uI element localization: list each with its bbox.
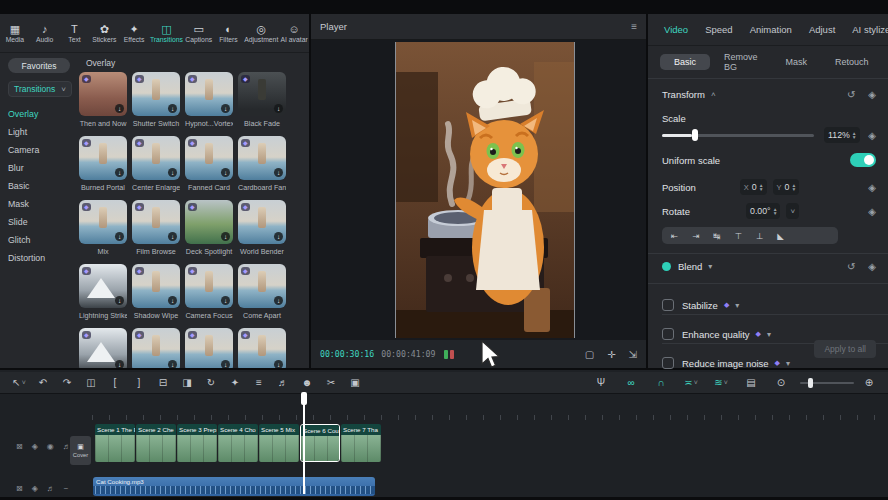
transition-item[interactable]: ◆ ↓ Lightning Strike <box>79 264 127 328</box>
align-tool-icon[interactable]: ⊥ <box>756 231 763 241</box>
download-icon[interactable]: ↓ <box>168 296 177 305</box>
transition-item[interactable]: ◆ ↓ Camera Focus <box>185 264 233 328</box>
track-control-icon[interactable]: ◈ <box>32 484 38 493</box>
video-clip[interactable]: Scene 4 Cho <box>218 424 258 462</box>
align-tool-icon[interactable]: ⇥ <box>692 231 699 241</box>
top-nav-item[interactable]: ✦ Effects <box>120 23 148 43</box>
transition-item[interactable]: ◆ ↓ Black Fade <box>238 72 286 136</box>
timeline-ruler[interactable] <box>92 396 888 420</box>
transition-item[interactable]: ◆ ↓ Shadow Wipe <box>132 264 180 328</box>
timeline-tool-button[interactable]: ]˅ <box>128 374 150 392</box>
feature-checkbox[interactable] <box>662 328 674 340</box>
keyframe-icon[interactable]: ◈ <box>868 89 876 100</box>
transition-item[interactable]: ◆ ↓ Burned Portal <box>79 136 127 200</box>
rotate-dropdown[interactable]: ˅ <box>786 203 799 219</box>
video-clip[interactable]: Scene 2 Che <box>136 424 176 462</box>
download-icon[interactable]: ↓ <box>221 168 230 177</box>
transition-item[interactable]: ◆ ↓ Deck Spotlight <box>185 200 233 264</box>
collapse-caret-icon[interactable]: ˄ <box>711 90 716 99</box>
inspector-tab[interactable]: Adjust <box>809 24 835 35</box>
feature-checkbox[interactable] <box>662 357 674 369</box>
video-clip[interactable]: Scene 3 Prep <box>177 424 217 462</box>
step-down-icon[interactable]: ▾ <box>760 187 763 191</box>
top-nav-item[interactable]: ▦ Media <box>1 23 29 43</box>
download-icon[interactable]: ↓ <box>168 232 177 241</box>
uniform-scale-toggle[interactable] <box>850 153 876 167</box>
chevron-down-icon[interactable]: ▾ <box>735 301 739 310</box>
inspector-tab[interactable]: Speed <box>705 24 732 35</box>
download-icon[interactable]: ↓ <box>115 104 124 113</box>
ratio-icon[interactable]: ▢ <box>585 349 594 360</box>
scale-slider-knob[interactable] <box>692 129 698 141</box>
timeline-tool-button[interactable]: ↷˅ <box>56 374 78 392</box>
top-nav-item[interactable]: T Text <box>60 23 88 43</box>
top-nav-item[interactable]: ✿ Stickers <box>90 23 118 43</box>
timeline-tool-button[interactable]: ≡˅ <box>248 374 270 392</box>
category-item[interactable]: Distortion <box>8 249 80 267</box>
timeline-tool-button[interactable]: ∞˅ <box>620 374 642 392</box>
inspector-subtab[interactable]: Mask <box>772 54 822 70</box>
download-icon[interactable]: ↓ <box>274 296 283 305</box>
top-nav-item[interactable]: ◫ Transitions <box>150 23 183 43</box>
timeline-tool-button[interactable]: ∩˅ <box>650 374 672 392</box>
transition-item[interactable]: ◆ ↓ Hypnot...Vortex <box>185 72 233 136</box>
download-icon[interactable]: ↓ <box>221 296 230 305</box>
track-control-icon[interactable]: ♬ <box>47 484 55 493</box>
inspector-subtab[interactable]: Basic <box>660 54 710 70</box>
align-tool-icon[interactable]: ⇤ <box>671 231 678 241</box>
timeline-tool-button[interactable]: ✂˅ <box>320 374 342 392</box>
rotate-value-box[interactable]: 0.00° ▴▾ <box>746 203 780 219</box>
track-control-icon[interactable]: ⊠ <box>16 484 23 493</box>
align-tool-icon[interactable]: ◣ <box>777 231 784 241</box>
transition-item[interactable]: ◆ ↓ <box>238 328 286 368</box>
category-item[interactable]: Light <box>8 123 80 141</box>
video-clip[interactable]: Scene 6 Cou <box>300 424 340 462</box>
download-icon[interactable]: ↓ <box>115 296 124 305</box>
transition-item[interactable]: ◆ ↓ Come Apart <box>238 264 286 328</box>
align-tool-icon[interactable]: ↹ <box>713 231 720 241</box>
top-nav-item[interactable]: ▭ Captions <box>185 23 213 43</box>
track-control-icon[interactable]: − <box>64 484 69 493</box>
timeline-tool-button[interactable]: ⊟˅ <box>152 374 174 392</box>
zoom-slider-knob[interactable] <box>808 378 813 388</box>
step-down-icon[interactable]: ▾ <box>792 187 795 191</box>
transition-item[interactable]: ◆ ↓ <box>132 328 180 368</box>
align-tool-icon[interactable]: ⊤ <box>734 231 741 241</box>
category-item[interactable]: Slide <box>8 213 80 231</box>
download-icon[interactable]: ↓ <box>115 168 124 177</box>
category-item[interactable]: Glitch <box>8 231 80 249</box>
timeline-tool-button[interactable]: ✦˅ <box>224 374 246 392</box>
transitions-group-dropdown[interactable]: Transitions ˅ <box>8 81 72 97</box>
category-item[interactable]: Overlay <box>8 105 80 123</box>
top-nav-item[interactable]: ☺ AI avatar <box>280 23 308 43</box>
download-icon[interactable]: ↓ <box>221 232 230 241</box>
playhead[interactable] <box>303 392 305 494</box>
download-icon[interactable]: ↓ <box>274 104 283 113</box>
timeline-tool-button[interactable]: ▣˅ <box>344 374 366 392</box>
category-item[interactable]: Basic <box>8 177 80 195</box>
position-x-box[interactable]: X 0 ▴▾ <box>740 179 767 195</box>
reset-icon[interactable]: ↺ <box>847 261 855 272</box>
chevron-down-icon[interactable]: ▾ <box>708 262 712 271</box>
track-control-icon[interactable]: ◈ <box>32 442 38 451</box>
inspector-tab[interactable]: Animation <box>750 24 792 35</box>
video-clip[interactable]: Scene 5 Mix <box>259 424 299 462</box>
track-control-icon[interactable]: ⊠ <box>16 442 23 451</box>
timeline-tool-button[interactable]: ☻˅ <box>296 374 318 392</box>
fullscreen-icon[interactable]: ⇲ <box>629 349 637 360</box>
download-icon[interactable]: ↓ <box>168 168 177 177</box>
download-icon[interactable]: ↓ <box>274 360 283 368</box>
download-icon[interactable]: ↓ <box>115 360 124 368</box>
inspector-tab[interactable]: AI stylize <box>852 24 888 35</box>
timeline-tool-button[interactable]: Ψ˅ <box>590 374 612 392</box>
video-clip[interactable]: Scene 7 Tha <box>341 424 381 462</box>
category-item[interactable]: Blur <box>8 159 80 177</box>
timeline-tool-button[interactable]: ◫˅ <box>80 374 102 392</box>
transition-item[interactable]: ◆ ↓ Cardboard Fan <box>238 136 286 200</box>
transition-item[interactable]: ◆ ↓ Shutter Switch <box>132 72 180 136</box>
apply-to-all-button[interactable]: Apply to all <box>814 340 876 358</box>
timeline-tool-button[interactable]: ≍˅ <box>680 374 702 392</box>
timeline-tool-button[interactable]: ▤˅ <box>740 374 762 392</box>
position-y-box[interactable]: Y 0 ▴▾ <box>773 179 800 195</box>
category-item[interactable]: Camera <box>8 141 80 159</box>
